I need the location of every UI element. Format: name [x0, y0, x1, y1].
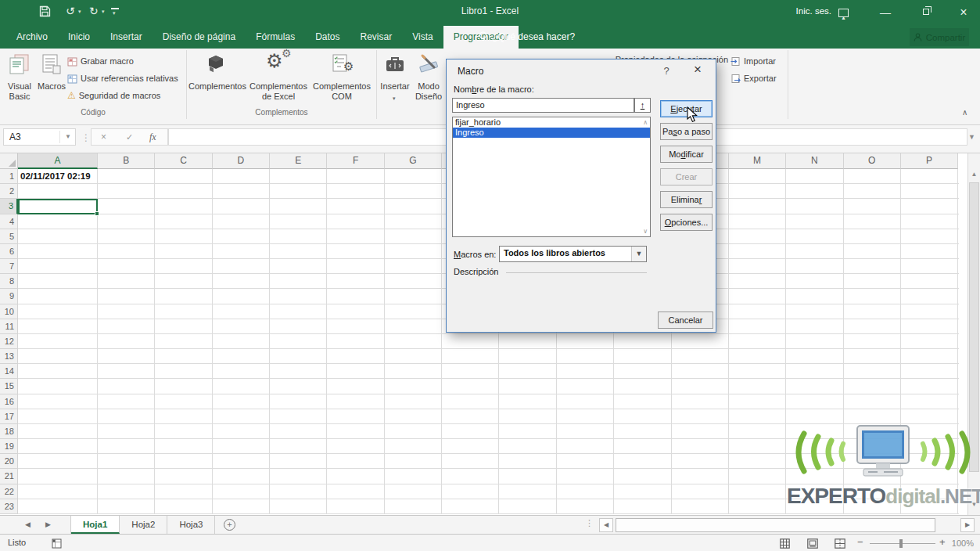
column-header-F[interactable]: F: [327, 153, 384, 169]
design-mode-button[interactable]: ModoDiseño: [412, 52, 445, 114]
row-header-19[interactable]: 19: [0, 439, 18, 454]
ribbon-display-options-button[interactable]: ▲: [833, 7, 853, 23]
row-header-5[interactable]: 5: [0, 229, 18, 244]
row-header-22[interactable]: 22: [0, 484, 18, 499]
macro-name-input[interactable]: Ingreso: [452, 98, 634, 113]
row-header-18[interactable]: 18: [0, 424, 18, 439]
zoom-in-icon[interactable]: +: [939, 536, 946, 548]
row-header-3[interactable]: 3: [0, 199, 18, 214]
row-header-7[interactable]: 7: [0, 259, 18, 274]
expand-formula-bar-icon[interactable]: ▼: [968, 133, 975, 141]
sheet-tab-hoja2[interactable]: Hoja2: [120, 516, 167, 534]
column-header-E[interactable]: E: [270, 153, 327, 169]
row-header-16[interactable]: 16: [0, 394, 18, 409]
vertical-scroll-thumb[interactable]: [969, 182, 979, 472]
row-header-21[interactable]: 21: [0, 469, 18, 484]
dialog-help-button[interactable]: ?: [658, 65, 675, 77]
insert-control-button[interactable]: Insertar ▾: [379, 52, 411, 114]
collapse-ribbon-icon[interactable]: ∧: [962, 108, 967, 117]
record-macro-button[interactable]: Grabar macro: [67, 55, 134, 67]
zoom-out-icon[interactable]: −: [857, 536, 863, 548]
hscroll-left-icon[interactable]: ◀: [599, 518, 613, 532]
share-button[interactable]: Compartir: [910, 28, 969, 46]
list-scroll-down-icon[interactable]: ∨: [643, 228, 648, 235]
name-box-dropdown-icon[interactable]: ▼: [65, 129, 71, 145]
zoom-slider-thumb[interactable]: [899, 539, 903, 548]
row-header-1[interactable]: 1: [0, 169, 18, 184]
row-header-23[interactable]: 23: [0, 499, 18, 514]
com-addins-button[interactable]: ⚙ ComplementosCOM: [311, 52, 373, 106]
tell-me-box[interactable]: ¿Qué desea hacer?: [479, 26, 575, 49]
sheet-tab-hoja3[interactable]: Hoja3: [167, 516, 215, 534]
macros-in-combobox[interactable]: Todos los libros abiertos ▼: [499, 246, 647, 262]
sign-in-link[interactable]: Inic. ses.: [796, 6, 831, 16]
row-header-12[interactable]: 12: [0, 334, 18, 349]
select-all-button[interactable]: [0, 153, 18, 169]
tab-archivo[interactable]: Archivo: [6, 26, 58, 49]
row-header-14[interactable]: 14: [0, 364, 18, 379]
selected-cell-A3[interactable]: [18, 199, 98, 214]
row-header-13[interactable]: 13: [0, 349, 18, 364]
row-header-17[interactable]: 17: [0, 409, 18, 424]
row-header-4[interactable]: 4: [0, 214, 18, 229]
relative-references-button[interactable]: Usar referencias relativas: [67, 72, 178, 85]
insert-function-icon[interactable]: fx: [149, 129, 156, 145]
macro-list-item-fijar_horario[interactable]: fijar_horario: [453, 117, 650, 128]
cell-A1[interactable]: 02/11/2017 02:19: [20, 169, 98, 184]
visual-basic-button[interactable]: Visual Basic: [3, 52, 36, 106]
sheet-nav-left-icon[interactable]: ◀: [25, 516, 31, 535]
column-header-C[interactable]: C: [155, 153, 212, 169]
export-button[interactable]: Exportar: [731, 72, 777, 85]
column-header-N[interactable]: N: [786, 153, 843, 169]
dialog-button-modificar[interactable]: Modificar: [660, 146, 713, 163]
list-scroll-up-icon[interactable]: ∧: [643, 119, 648, 126]
cancel-button[interactable]: Cancelar: [658, 312, 713, 329]
row-header-9[interactable]: 9: [0, 289, 18, 304]
minimize-button[interactable]: —: [875, 5, 896, 20]
sheetbar-grip-icon[interactable]: ⋮: [585, 518, 594, 528]
tab-insertar[interactable]: Insertar: [100, 26, 153, 49]
row-header-15[interactable]: 15: [0, 379, 18, 394]
hscroll-right-icon[interactable]: ▶: [960, 518, 975, 532]
column-header-G[interactable]: G: [385, 153, 442, 169]
enter-entry-icon[interactable]: ✓: [126, 129, 133, 145]
close-button[interactable]: ×: [953, 5, 974, 20]
macros-button[interactable]: Macros: [36, 52, 67, 106]
record-macro-status-icon[interactable]: [52, 538, 62, 549]
scroll-down-icon[interactable]: ▼: [968, 501, 980, 508]
sheet-tab-hoja1[interactable]: Hoja1: [71, 516, 120, 534]
scroll-up-icon[interactable]: ▲: [968, 171, 980, 178]
row-header-11[interactable]: 11: [0, 319, 18, 334]
vertical-scrollbar[interactable]: ▲ ▼: [967, 153, 980, 515]
addins-button[interactable]: Complementos: [188, 52, 246, 106]
import-button[interactable]: Importar: [731, 55, 776, 67]
row-header-8[interactable]: 8: [0, 274, 18, 289]
zoom-slider-track[interactable]: [870, 543, 935, 544]
column-header-A[interactable]: A: [18, 153, 98, 169]
dialog-close-button[interactable]: ×: [687, 62, 708, 77]
row-header-10[interactable]: 10: [0, 304, 18, 319]
row-header-2[interactable]: 2: [0, 184, 18, 199]
restore-button[interactable]: [916, 5, 936, 20]
page-break-view-icon[interactable]: [835, 538, 845, 549]
name-box[interactable]: A3 ▼: [3, 128, 76, 146]
macro-list[interactable]: fijar_horarioIngreso ∧∨: [452, 117, 651, 237]
column-header-B[interactable]: B: [98, 153, 155, 169]
tab-vista[interactable]: Vista: [402, 26, 443, 49]
column-header-M[interactable]: M: [729, 153, 786, 169]
cancel-entry-icon[interactable]: ×: [101, 129, 106, 145]
dialog-button-opciones[interactable]: Opciones...: [660, 214, 713, 231]
tab-revisar[interactable]: Revisar: [350, 26, 403, 49]
tab-dise-o-de-p-gina[interactable]: Diseño de página: [153, 26, 246, 49]
combobox-dropdown-icon[interactable]: ▼: [631, 247, 646, 261]
column-header-O[interactable]: O: [844, 153, 901, 169]
tab-inicio[interactable]: Inicio: [58, 26, 100, 49]
new-sheet-button[interactable]: +: [224, 519, 235, 531]
tab-datos[interactable]: Datos: [305, 26, 350, 49]
normal-view-icon[interactable]: [780, 538, 790, 549]
horizontal-scroll-thumb[interactable]: [616, 518, 935, 532]
formula-bar-grip-icon[interactable]: ⋮: [81, 132, 91, 143]
dialog-button-paso-a-paso[interactable]: Paso a paso: [660, 123, 713, 140]
dialog-button-eliminar[interactable]: Eliminar: [660, 191, 713, 208]
fill-handle[interactable]: [95, 211, 99, 216]
